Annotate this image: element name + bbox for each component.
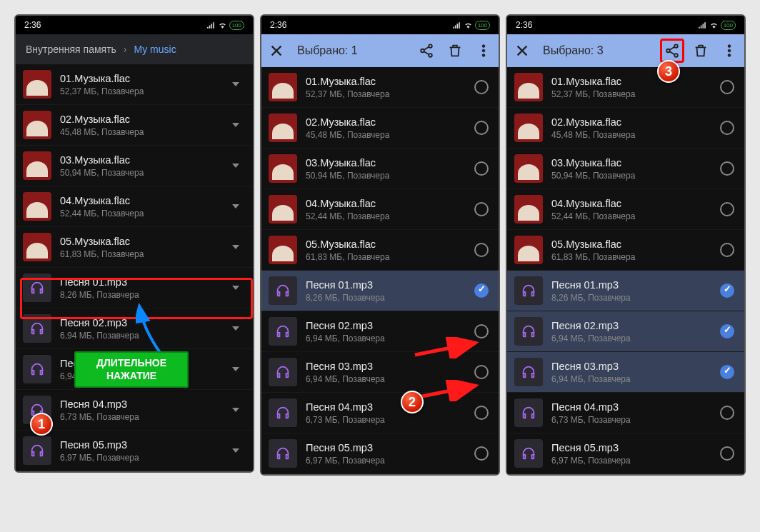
file-row[interactable]: Песня 04.mp36,73 МБ, Позавчера — [261, 393, 499, 433]
file-row[interactable]: Песня 02.mp36,94 МБ, Позавчера — [261, 311, 499, 352]
share-button[interactable] — [664, 43, 680, 59]
expand-chevron[interactable] — [227, 82, 244, 86]
share-button[interactable] — [419, 43, 434, 59]
status-bar: 2:36 100 — [507, 16, 744, 34]
file-list: 01.Музыка.flac52,37 МБ, Позавчера02.Музы… — [261, 67, 499, 474]
file-meta: 6,73 МБ, Позавчера — [306, 415, 464, 425]
delete-button[interactable] — [693, 43, 709, 59]
file-row[interactable]: 04.Музыка.flac52,44 МБ, Позавчера — [261, 189, 499, 230]
file-meta: 6,94 МБ, Позавчера — [306, 374, 464, 384]
headphones-icon — [23, 355, 51, 383]
file-row[interactable]: Песня 02.mp36,94 МБ, Позавчера — [16, 308, 253, 349]
file-name: 03.Музыка.flac — [60, 154, 219, 166]
file-row[interactable]: Песня 01.mp38,26 МБ, Позавчера — [16, 268, 253, 308]
album-thumb — [269, 195, 297, 224]
select-checkbox[interactable] — [473, 365, 490, 379]
status-icons: 100 — [206, 21, 244, 30]
checkbox-icon — [720, 406, 734, 420]
status-icons: 100 — [698, 21, 736, 30]
file-name: 02.Музыка.flac — [60, 114, 219, 125]
phone-screen-3: 2:36 100 Выбрано: 3 01.Музыка.flac52,37 … — [506, 14, 746, 476]
select-checkbox[interactable] — [719, 202, 736, 216]
expand-chevron[interactable] — [227, 408, 244, 412]
album-thumb — [23, 233, 51, 261]
file-row[interactable]: 05.Музыка.flac61,83 МБ, Позавчера — [507, 230, 744, 271]
checkbox-icon — [474, 202, 489, 216]
file-row[interactable]: 03.Музыка.flac50,94 МБ, Позавчера — [507, 149, 744, 189]
select-checkbox[interactable] — [473, 283, 490, 298]
chevron-down-icon — [232, 286, 239, 290]
file-row[interactable]: 02.Музыка.flac45,48 МБ, Позавчера — [261, 108, 499, 149]
more-button[interactable] — [721, 43, 737, 59]
file-info: Песня 05.mp36,97 МБ, Позавчера — [306, 442, 464, 466]
select-checkbox[interactable] — [473, 161, 490, 176]
expand-chevron[interactable] — [227, 245, 244, 249]
select-checkbox[interactable] — [719, 161, 736, 176]
checkbox-icon — [720, 121, 734, 135]
breadcrumb[interactable]: Внутренняя память › My music — [16, 34, 253, 64]
file-info: Песня 04.mp36,73 МБ, Позавчера — [60, 398, 219, 422]
select-checkbox[interactable] — [719, 243, 736, 257]
expand-chevron[interactable] — [227, 123, 244, 127]
file-row[interactable]: 04.Музыка.flac52,44 МБ, Позавчера — [507, 189, 744, 230]
more-button[interactable] — [476, 43, 491, 59]
file-row[interactable]: Песня 01.mp38,26 МБ, Позавчера — [261, 271, 499, 311]
file-row[interactable]: 01.Музыка.flac52,37 МБ, Позавчера — [261, 67, 499, 108]
select-checkbox[interactable] — [473, 80, 490, 94]
file-row[interactable]: 05.Музыка.flac61,83 МБ, Позавчера — [16, 227, 253, 268]
file-name: Песня 05.mp3 — [551, 442, 710, 453]
file-row[interactable]: Песня 03.mp36,94 МБ, Позавчера — [507, 352, 744, 393]
expand-chevron[interactable] — [227, 326, 244, 331]
close-button[interactable] — [514, 43, 530, 59]
headphones-icon — [514, 398, 543, 427]
clock: 2:36 — [24, 20, 41, 30]
file-row[interactable]: Песня 05.mp36,97 МБ, Позавчера — [507, 433, 744, 474]
select-checkbox[interactable] — [719, 324, 736, 338]
file-row[interactable]: Песня 04.mp36,73 МБ, Позавчера — [507, 393, 744, 433]
file-row[interactable]: 02.Музыка.flac45,48 МБ, Позавчера — [507, 108, 744, 149]
file-name: Песня 01.mp3 — [306, 279, 464, 291]
select-checkbox[interactable] — [719, 121, 736, 135]
file-row[interactable]: 03.Музыка.flac50,94 МБ, Позавчера — [261, 149, 499, 189]
select-checkbox[interactable] — [719, 365, 736, 379]
file-row[interactable]: 01.Музыка.flac52,37 МБ, Позавчера — [507, 67, 744, 108]
file-name: 02.Музыка.flac — [306, 116, 464, 128]
headphones-icon — [269, 439, 297, 468]
expand-chevron[interactable] — [227, 448, 244, 453]
file-row[interactable]: Песня 05.mp36,97 МБ, Позавчера — [261, 433, 499, 474]
select-checkbox[interactable] — [473, 243, 490, 257]
file-row[interactable]: 01.Музыка.flac52,37 МБ, Позавчера — [16, 64, 253, 105]
file-row[interactable]: 03.Музыка.flac50,94 МБ, Позавчера — [16, 146, 253, 186]
expand-chevron[interactable] — [227, 164, 244, 168]
select-checkbox[interactable] — [719, 80, 736, 94]
close-button[interactable] — [269, 43, 284, 59]
select-checkbox[interactable] — [719, 283, 736, 298]
svg-point-5 — [482, 54, 485, 57]
file-row[interactable]: 04.Музыка.flac52,44 МБ, Позавчера — [16, 186, 253, 227]
expand-chevron[interactable] — [227, 204, 244, 209]
status-bar: 2:36 100 — [16, 16, 253, 34]
file-info: 01.Музыка.flac52,37 МБ, Позавчера — [551, 76, 710, 99]
select-checkbox[interactable] — [719, 446, 736, 461]
file-row[interactable]: Песня 05.mp36,97 МБ, Позавчера — [16, 431, 253, 471]
file-row[interactable]: Песня 01.mp38,26 МБ, Позавчера — [507, 271, 744, 311]
breadcrumb-root[interactable]: Внутренняя память — [26, 44, 116, 55]
select-checkbox[interactable] — [473, 446, 490, 461]
file-info: 01.Музыка.flac52,37 МБ, Позавчера — [306, 76, 464, 99]
file-row[interactable]: Песня 02.mp36,94 МБ, Позавчера — [507, 311, 744, 352]
expand-chevron[interactable] — [227, 367, 244, 371]
file-row[interactable]: 02.Музыка.flac45,48 МБ, Позавчера — [16, 105, 253, 146]
file-meta: 52,44 МБ, Позавчера — [551, 211, 710, 221]
select-checkbox[interactable] — [473, 202, 490, 216]
select-checkbox[interactable] — [473, 324, 490, 338]
select-checkbox[interactable] — [473, 406, 490, 420]
file-row[interactable]: 05.Музыка.flac61,83 МБ, Позавчера — [261, 230, 499, 271]
select-checkbox[interactable] — [473, 121, 490, 135]
expand-chevron[interactable] — [227, 286, 244, 290]
annotation-badge-1: 1 — [30, 413, 53, 436]
file-row[interactable]: Песня 03.mp36,94 МБ, Позавчера — [261, 352, 499, 393]
chevron-down-icon — [232, 123, 239, 127]
delete-button[interactable] — [447, 43, 463, 59]
select-checkbox[interactable] — [719, 406, 736, 420]
file-info: 03.Музыка.flac50,94 МБ, Позавчера — [60, 154, 219, 178]
